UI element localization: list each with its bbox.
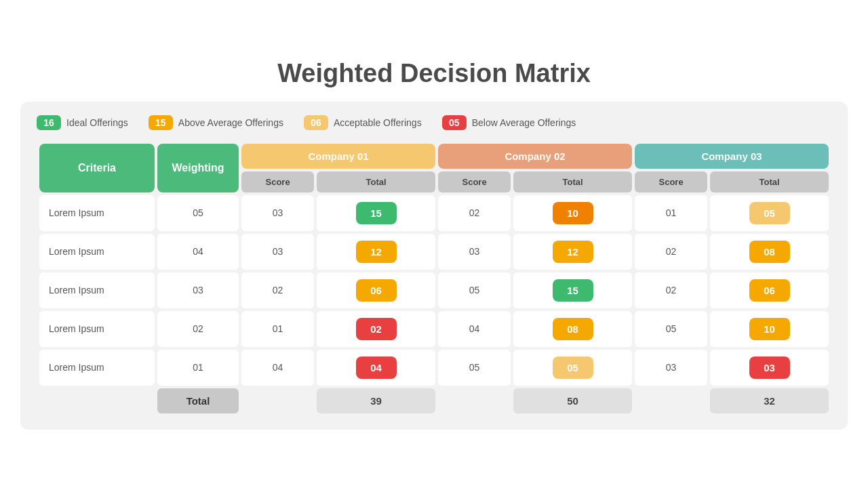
c03-total-cell: 05 [710,195,829,231]
weighting-cell: 03 [157,272,239,308]
legend-label-acceptable: Acceptable Offerings [334,117,422,128]
c01-total-cell: 06 [317,272,435,308]
legend-item-below: 05 Below Average Offerings [442,115,576,130]
c01-total-cell: 12 [317,234,435,270]
c03-score-cell: 05 [635,311,707,347]
total-c02-empty [438,388,511,413]
c01-total-cell: 15 [317,195,435,231]
table-row: Lorem Ipsum 01 04 04 05 05 03 03 [39,350,829,386]
weighting-cell: 01 [157,350,239,386]
sub-score-c02: Score [438,171,511,192]
total-row: Total 39 50 32 [39,388,829,413]
sub-score-c01: Score [241,171,314,192]
c02-total-badge: 15 [553,279,593,302]
c01-total-badge: 15 [356,202,397,224]
c02-score-cell: 03 [438,234,511,270]
c02-score-cell: 02 [438,195,511,231]
c03-score-cell: 02 [635,234,707,270]
page-wrapper: Weighted Decision Matrix 16 Ideal Offeri… [0,0,868,488]
c02-total-cell: 10 [513,195,632,231]
c01-total-cell: 04 [317,350,435,386]
table-row: Lorem Ipsum 05 03 15 02 10 01 05 [39,195,829,231]
c01-score-cell: 03 [241,234,314,270]
c03-total-cell: 08 [710,234,829,270]
legend-badge-above: 15 [149,115,173,130]
c02-total-badge: 12 [553,241,593,263]
c01-score-cell: 02 [241,272,314,308]
c02-total-badge: 05 [553,357,593,379]
c02-total-cell: 15 [513,272,632,308]
c03-total-badge: 08 [749,241,790,263]
c03-total-cell: 06 [710,272,829,308]
sub-total-c02: Total [513,171,632,192]
legend-badge-ideal: 16 [37,115,61,130]
table-row: Lorem Ipsum 03 02 06 05 15 02 06 [39,272,829,308]
table-row: Lorem Ipsum 04 03 12 03 12 02 08 [39,234,829,270]
criteria-cell: Lorem Ipsum [39,311,155,347]
c01-score-cell: 01 [241,311,314,347]
c03-total-badge: 06 [749,279,790,302]
sub-total-c01: Total [317,171,435,192]
total-label: Total [157,388,239,413]
legend-badge-below: 05 [442,115,467,130]
c01-total-badge: 02 [356,318,397,340]
th-company03: Company 03 [635,144,829,169]
criteria-cell: Lorem Ipsum [39,195,155,231]
weighting-cell: 02 [157,311,239,347]
matrix-container: 16 Ideal Offerings 15 Above Average Offe… [20,102,848,430]
c01-total-badge: 12 [356,241,397,263]
c03-total-cell: 03 [710,350,829,386]
legend-item-acceptable: 06 Acceptable Offerings [304,115,422,130]
th-weighting: Weighting [157,144,239,192]
th-criteria: Criteria [39,144,155,192]
c03-score-cell: 03 [635,350,707,386]
c03-total-badge: 05 [749,202,790,224]
c01-score-cell: 04 [241,350,314,386]
c02-total-cell: 08 [513,311,632,347]
c01-total-badge: 06 [356,279,397,302]
c02-total-badge: 10 [553,202,593,224]
matrix-table: Criteria Weighting Company 01 Company 02… [37,141,831,416]
weighting-cell: 05 [157,195,239,231]
total-c02-value: 50 [513,388,632,413]
c02-total-cell: 12 [513,234,632,270]
legend-label-above: Above Average Offerings [178,117,283,128]
total-empty [39,388,155,413]
total-c03-empty [635,388,707,413]
c01-score-cell: 03 [241,195,314,231]
sub-total-c03: Total [710,171,829,192]
total-c01-value: 39 [317,388,435,413]
legend-badge-acceptable: 06 [304,115,328,130]
page-title: Weighted Decision Matrix [277,59,591,88]
total-c01-empty [241,388,314,413]
c02-score-cell: 05 [438,350,511,386]
legend: 16 Ideal Offerings 15 Above Average Offe… [37,115,831,130]
legend-item-above: 15 Above Average Offerings [149,115,283,130]
legend-item-ideal: 16 Ideal Offerings [37,115,128,130]
legend-label-ideal: Ideal Offerings [66,117,128,128]
sub-score-c03: Score [635,171,707,192]
c02-score-cell: 04 [438,311,511,347]
c03-total-cell: 10 [710,311,829,347]
c01-total-badge: 04 [356,357,397,379]
criteria-cell: Lorem Ipsum [39,272,155,308]
c02-total-badge: 08 [553,318,593,340]
criteria-cell: Lorem Ipsum [39,350,155,386]
c02-total-cell: 05 [513,350,632,386]
c03-score-cell: 01 [635,195,707,231]
legend-label-below: Below Average Offerings [472,117,576,128]
th-company02: Company 02 [438,144,632,169]
c03-total-badge: 10 [749,318,790,340]
c03-score-cell: 02 [635,272,707,308]
total-c03-value: 32 [710,388,829,413]
th-company01: Company 01 [241,144,435,169]
c03-total-badge: 03 [749,357,790,379]
c01-total-cell: 02 [317,311,435,347]
criteria-cell: Lorem Ipsum [39,234,155,270]
table-row: Lorem Ipsum 02 01 02 04 08 05 10 [39,311,829,347]
weighting-cell: 04 [157,234,239,270]
c02-score-cell: 05 [438,272,511,308]
